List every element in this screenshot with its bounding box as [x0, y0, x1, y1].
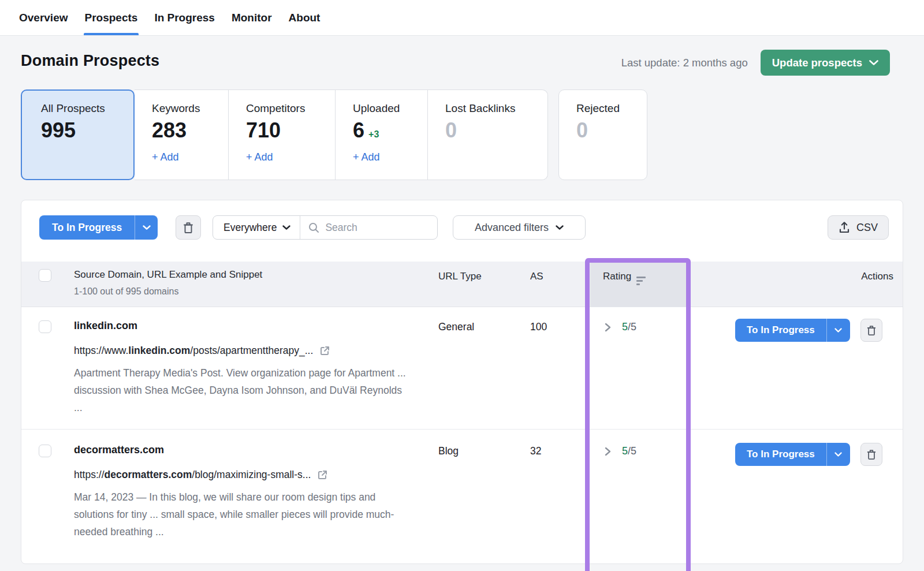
rating-expand-chevron-icon[interactable]	[605, 323, 611, 332]
row-url-type: General	[438, 321, 474, 333]
col-actions-header: Actions	[861, 271, 893, 282]
card-label: Keywords	[152, 102, 228, 115]
sort-descending-icon	[636, 277, 646, 285]
row-rating: 5/5	[622, 321, 636, 333]
export-icon	[839, 221, 850, 234]
card-value: 6	[353, 119, 364, 142]
table-row: decormatters.com https://decormatters.co…	[21, 429, 903, 563]
external-link-icon[interactable]	[317, 469, 328, 480]
row-domain[interactable]: linkedin.com	[74, 320, 137, 332]
card-label: Lost Backlinks	[445, 102, 547, 115]
trash-icon	[866, 449, 877, 461]
card-value: 283	[152, 119, 187, 142]
row-url-type: Blog	[438, 445, 459, 457]
rating-score: 5	[622, 321, 628, 333]
table-row: linkedin.com https://www.linkedin.com/po…	[21, 307, 903, 429]
url-prefix: https://www.	[74, 345, 128, 356]
card-value: 710	[246, 119, 281, 142]
update-prospects-label: Update prospects	[772, 57, 862, 69]
row-as-score: 32	[530, 445, 541, 457]
update-prospects-button[interactable]: Update prospects	[761, 50, 890, 76]
col-as-header[interactable]: AS	[530, 271, 543, 282]
card-value: 995	[41, 119, 76, 142]
chevron-down-icon	[869, 60, 878, 66]
tab-in-progress[interactable]: In Progress	[154, 0, 215, 35]
tab-about[interactable]: About	[289, 0, 321, 35]
bulk-to-in-progress-label: To In Progress	[39, 215, 135, 240]
chevron-down-icon	[282, 225, 290, 230]
prospects-table-panel: To In Progress Everywhere Advanced filte…	[21, 200, 903, 564]
row-checkbox[interactable]	[39, 445, 51, 457]
row-domain[interactable]: decormatters.com	[74, 444, 164, 456]
card-rejected[interactable]: Rejected 0	[558, 89, 647, 180]
row-rating: 5/5	[622, 445, 636, 457]
trash-icon	[182, 221, 194, 234]
to-in-progress-label: To In Progress	[735, 443, 826, 466]
row-url[interactable]: https://www.linkedin.com/posts/apartment…	[74, 345, 330, 357]
rating-header-label: Rating	[603, 271, 631, 282]
rating-score: 5	[622, 445, 628, 457]
advanced-filters-button[interactable]: Advanced filters	[453, 215, 586, 240]
tab-monitor[interactable]: Monitor	[232, 0, 272, 35]
rating-expand-chevron-icon[interactable]	[605, 447, 611, 456]
action-dropdown[interactable]	[826, 319, 850, 342]
url-prefix: https://	[74, 469, 105, 480]
bulk-to-in-progress-button[interactable]: To In Progress	[39, 215, 158, 240]
card-competitors[interactable]: Competitors 710 + Add	[229, 89, 336, 180]
scope-label: Everywhere	[223, 222, 277, 234]
uploaded-delta-badge: +3	[368, 129, 379, 140]
pagination-summary: 1-100 out of 995 domains	[74, 286, 178, 297]
row-snippet: Mar 14, 2023 — In this blog, we will sha…	[74, 488, 410, 540]
chevron-down-icon	[834, 452, 842, 457]
to-in-progress-label: To In Progress	[735, 319, 826, 342]
col-rating-header[interactable]: Rating	[603, 271, 646, 285]
domain-prospects-page: Overview Prospects In Progress Monitor A…	[0, 0, 924, 571]
prospect-stat-cards: All Prospects 995 Keywords 283 + Add Com…	[21, 89, 647, 180]
row-snippet: Apartment Therapy Media's Post. View org…	[74, 364, 410, 416]
chevron-down-icon	[556, 225, 564, 230]
export-csv-button[interactable]: CSV	[828, 215, 889, 240]
card-all-prospects[interactable]: All Prospects 995	[21, 89, 135, 180]
row-as-score: 100	[530, 321, 547, 333]
rating-total: /5	[628, 445, 636, 457]
trash-icon	[866, 324, 877, 337]
bulk-action-dropdown[interactable]	[135, 215, 158, 240]
col-url-type-header[interactable]: URL Type	[438, 271, 482, 282]
tab-prospects[interactable]: Prospects	[85, 0, 138, 35]
card-uploaded[interactable]: Uploaded 6 +3 + Add	[336, 89, 428, 180]
to-in-progress-button[interactable]: To In Progress	[735, 319, 850, 342]
card-value: 0	[576, 119, 588, 142]
last-update-text: Last update: 2 months ago	[621, 57, 748, 69]
advanced-filters-label: Advanced filters	[475, 222, 549, 234]
delete-row-button[interactable]	[860, 443, 882, 466]
select-all-checkbox[interactable]	[39, 269, 51, 282]
card-value: 0	[445, 119, 457, 142]
card-label: All Prospects	[41, 102, 133, 115]
table-header: Source Domain, URL Example and Snippet 1…	[21, 262, 903, 307]
search-scope-group: Everywhere	[213, 215, 438, 240]
external-link-icon[interactable]	[319, 345, 330, 356]
add-keywords-link[interactable]: + Add	[152, 151, 179, 163]
scope-select[interactable]: Everywhere	[213, 216, 300, 239]
chevron-down-icon	[834, 328, 842, 333]
add-uploaded-link[interactable]: + Add	[353, 151, 380, 163]
top-nav: Overview Prospects In Progress Monitor A…	[0, 0, 924, 36]
bulk-delete-button[interactable]	[176, 215, 201, 240]
card-label: Rejected	[576, 102, 647, 115]
url-path: /posts/apartmenttherapy_...	[190, 345, 313, 356]
card-lost-backlinks[interactable]: Lost Backlinks 0	[428, 89, 548, 180]
add-competitors-link[interactable]: + Add	[246, 151, 273, 163]
card-keywords[interactable]: Keywords 283 + Add	[135, 89, 229, 180]
rating-total: /5	[628, 321, 636, 333]
to-in-progress-button[interactable]: To In Progress	[735, 443, 850, 466]
csv-label: CSV	[856, 222, 878, 234]
search-icon	[308, 222, 319, 233]
col-source-header: Source Domain, URL Example and Snippet	[74, 269, 262, 281]
delete-row-button[interactable]	[860, 319, 882, 342]
row-checkbox[interactable]	[39, 320, 51, 333]
card-label: Uploaded	[353, 102, 427, 115]
search-input[interactable]	[325, 222, 418, 234]
row-url[interactable]: https://decormatters.com/blog/maximizing…	[74, 469, 328, 481]
action-dropdown[interactable]	[826, 443, 850, 466]
tab-overview[interactable]: Overview	[19, 0, 68, 35]
